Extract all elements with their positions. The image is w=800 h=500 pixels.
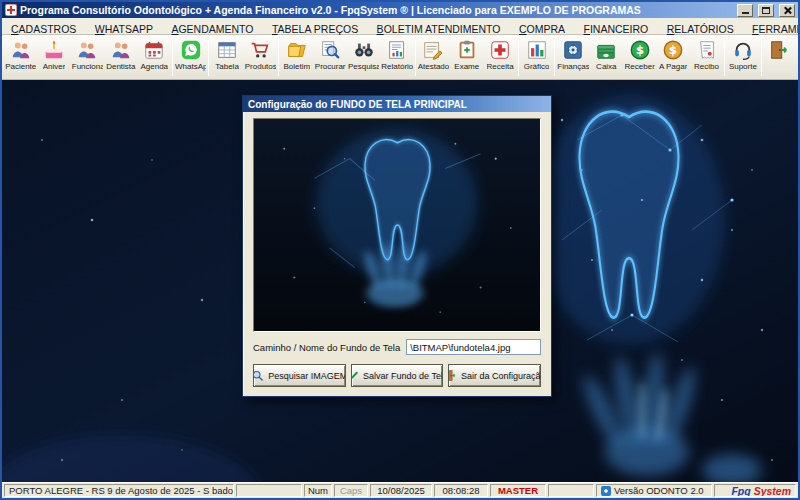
toolbar-button-financas[interactable]: Finanças (556, 36, 589, 78)
save-background-button[interactable]: Salvar Fundo de Tela (351, 364, 444, 387)
toolbar-label: Agenda (140, 62, 168, 71)
exit-door-icon (448, 369, 457, 382)
toolbar-button-exame[interactable]: Exame (450, 36, 483, 78)
wallpaper-config-dialog: Configuração do FUNDO DE TELA PRINCIPAL (242, 95, 552, 397)
toolbar-button-tabela[interactable]: Tabela (210, 36, 243, 78)
menu-relatorios[interactable]: RELATÓRIOS (660, 22, 741, 36)
patients-icon (10, 39, 32, 61)
minimize-icon (742, 12, 749, 14)
toolbar-button-sair[interactable] (763, 36, 796, 78)
toolbar-button-receita[interactable]: Receita (483, 36, 516, 78)
menu-ferramentas[interactable]: FERRAMENTAS (745, 22, 800, 36)
dollar-green-icon (629, 39, 651, 61)
toolbar-button-dentista[interactable]: Dentista (104, 36, 137, 78)
toolbar-button-pesquisar[interactable]: Pesquisar (347, 36, 380, 78)
toolbar-button-grafico[interactable]: Gráfico (520, 36, 553, 78)
toolbar-button-suporte[interactable]: Suporte (726, 36, 759, 78)
toolbar-button-relatorio[interactable]: Relatório (380, 36, 413, 78)
status-spacer (236, 484, 302, 497)
status-spacer (548, 484, 594, 497)
toolbar-button-aniver[interactable]: Aniver (37, 36, 70, 78)
status-version: Versão ODONTO 2.0 (596, 484, 712, 497)
application-window: Programa Consultório Odontológico + Agen… (0, 0, 800, 500)
finance-safe-icon (562, 39, 584, 61)
toolbar-button-procurar[interactable]: Procurar (314, 36, 347, 78)
toolbar-label: Dentista (106, 62, 135, 71)
report-icon (386, 39, 408, 61)
toolbar-label: A Pagar (659, 62, 687, 71)
wallpaper-preview (253, 118, 541, 332)
path-row: Caminho / Nome do Fundo de Tela (253, 339, 541, 355)
toolbar-label: Produtos (245, 62, 276, 71)
toolbar-label: Receber (625, 62, 655, 71)
window-title: Programa Consultório Odontológico + Agen… (20, 4, 732, 16)
bar-chart-icon (526, 39, 548, 61)
dentists-icon (110, 39, 132, 61)
toolbar-button-funciona[interactable]: Funciona (71, 36, 104, 78)
status-time: 08:08:28 (434, 484, 488, 497)
toolbar-button-boletim[interactable]: Boletim (280, 36, 313, 78)
dialog-buttons: Pesquisar IMAGEM Salvar Fundo de Tela Sa… (253, 364, 541, 387)
toolbar-button-produtos[interactable]: Produtos (244, 36, 277, 78)
toolbar-separator (172, 38, 173, 76)
brand-fpq: Fpq (731, 485, 750, 497)
close-button[interactable] (779, 4, 795, 17)
exit-door-icon (768, 39, 790, 61)
toolbar-button-recibo[interactable]: Recibo (690, 36, 723, 78)
dialog-titlebar[interactable]: Configuração do FUNDO DE TELA PRINCIPAL (243, 96, 551, 112)
toolbar-button-agenda[interactable]: Agenda (138, 36, 171, 78)
toolbar-separator (518, 38, 519, 76)
wallpaper-preview-image (254, 119, 540, 331)
employees-icon (76, 39, 98, 61)
birthday-cake-icon (43, 39, 65, 61)
status-bar: PORTO ALEGRE - RS 9 de Agosto de 2025 - … (2, 482, 798, 498)
toolbar-button-whatsapp[interactable]: WhatsApp (174, 36, 207, 78)
exit-configuration-button[interactable]: Sair da Configuração (448, 364, 541, 387)
toolbar-button-receber[interactable]: Receber (623, 36, 656, 78)
prescription-cross-icon (489, 39, 511, 61)
menu-financeiro[interactable]: FINANCEIRO (577, 22, 656, 36)
toolbar-label: Atestado (418, 62, 449, 71)
window-titlebar[interactable]: Programa Consultório Odontológico + Agen… (2, 2, 798, 18)
magnifier-icon (253, 369, 264, 382)
status-capslock: Caps (334, 484, 368, 497)
bulletin-folder-icon (286, 39, 308, 61)
background-path-label: Caminho / Nome do Fundo de Tela (253, 342, 400, 353)
main-area: Configuração do FUNDO DE TELA PRINCIPAL (2, 80, 798, 482)
search-image-button[interactable]: Pesquisar IMAGEM (253, 364, 346, 387)
maximize-button[interactable] (758, 4, 774, 17)
support-headset-icon (732, 39, 754, 61)
toolbar-separator (554, 38, 555, 76)
toolbar-button-atestado[interactable]: Atestado (417, 36, 450, 78)
receipt-icon (696, 39, 718, 61)
maximize-icon (762, 7, 770, 14)
cash-icon (595, 39, 617, 61)
toolbar-button-paciente[interactable]: Paciente (4, 36, 37, 78)
products-cart-icon (249, 39, 271, 61)
brand-system: System (754, 485, 791, 497)
status-date: 10/08/2025 (370, 484, 432, 497)
close-icon (783, 6, 791, 14)
price-table-icon (216, 39, 238, 61)
toolbar-separator (278, 38, 279, 76)
menu-agendamento[interactable]: AGENDAMENTO (164, 22, 260, 36)
toolbar-separator (724, 38, 725, 76)
toolbar-label: Pesquisar (348, 62, 379, 71)
menu-whatsapp[interactable]: WHATSAPP (88, 22, 160, 36)
background-path-input[interactable] (406, 339, 541, 355)
toolbar-label: Boletim (283, 62, 310, 71)
menu-tabela-precos[interactable]: TABELA PREÇOS (265, 22, 365, 36)
toolbar-button-caixa[interactable]: Caixa (590, 36, 623, 78)
toolbar-label: Procurar (315, 62, 346, 71)
green-check-icon (351, 369, 359, 382)
minimize-button[interactable] (737, 4, 753, 17)
binoculars-icon (353, 39, 375, 61)
menu-compra[interactable]: COMPRA (512, 22, 572, 36)
dollar-gold-icon (662, 39, 684, 61)
menu-cadastros[interactable]: CADASTROS (4, 22, 83, 36)
dialog-body: Caminho / Nome do Fundo de Tela Pesquisa… (243, 112, 551, 396)
toolbar-button-a-pagar[interactable]: A Pagar (656, 36, 689, 78)
button-label: Pesquisar IMAGEM (268, 371, 345, 381)
toolbar-label: Finanças (557, 62, 588, 71)
menu-boletim-atendimento[interactable]: BOLETIM ATENDIMENTO (370, 22, 508, 36)
